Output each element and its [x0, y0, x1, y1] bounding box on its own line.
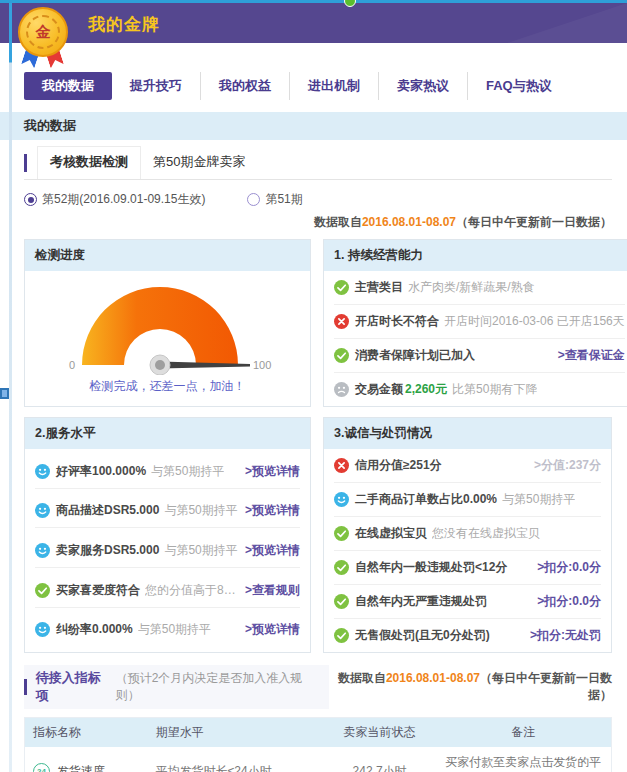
medal-coin: 金 — [18, 7, 68, 57]
subtab-1[interactable]: 第50期金牌卖家 — [141, 147, 257, 179]
panel3-title: 3.诚信与处罚情况 — [324, 418, 611, 449]
item-detail: 开店时间2016-03-06 已开店156天 — [444, 313, 625, 330]
item-link[interactable]: >扣分:0.0分 — [531, 593, 601, 610]
panel2-item-0: 好评率100.000%与第50期持平>预览详情 — [35, 455, 300, 489]
app-header: 我的金牌 — [0, 3, 627, 43]
item-detail: 比第50期有下降 — [452, 381, 537, 398]
item-detail: 与第50期持平 — [138, 621, 211, 638]
content: 考核数据检测第50期金牌卖家 第52期(2016.09.01-09.15生效)第… — [24, 146, 612, 772]
item-title: 消费者保障计划已加入 — [355, 347, 475, 364]
check-circle-icon — [334, 594, 349, 609]
item-title: 信用分值≥251分 — [355, 457, 442, 474]
panel1-item-3: 交易金额2,260元比第50期有下降 — [334, 373, 625, 406]
smiley-icon — [35, 543, 50, 558]
panel3-item-2: 在线虚拟宝贝您没有在线虚拟宝贝 — [334, 517, 601, 551]
item-title: 好评率100.000% — [56, 463, 146, 480]
pending-metrics-table: 指标名称期望水平卖家当前状态备注 24发货速度平均发货时长≤24小时242.7小… — [24, 717, 612, 772]
panel1-item-2: 消费者保障计划已加入>查看保证金 — [334, 339, 625, 373]
nav-tab-5[interactable]: FAQ与热议 — [467, 72, 570, 100]
table-row-0: 24发货速度平均发货时长≤24小时242.7小时买家付款至卖家点击发货的平均时长 — [25, 747, 612, 772]
panel2-title: 2.服务水平 — [25, 418, 310, 449]
check-circle-icon — [334, 526, 349, 541]
page-title: 我的金牌 — [88, 13, 160, 36]
panel1-item-0: 主营类目水产肉类/新鲜蔬果/熟食 — [334, 271, 625, 305]
metric-current: 242.7小时 — [324, 747, 436, 772]
item-link[interactable]: >查看保证金 — [552, 347, 625, 364]
radio-icon[interactable] — [247, 193, 260, 206]
section-title: 我的数据 — [24, 117, 76, 135]
item-title: 在线虚拟宝贝 — [355, 525, 427, 542]
item-detail: 与第50期持平 — [164, 502, 237, 519]
item-value: 2,260元 — [405, 381, 447, 398]
panel2-item-3: 买家喜爱度符合您的分值高于80分>查看规则 — [35, 574, 300, 608]
subtab-row: 考核数据检测第50期金牌卖家 — [24, 146, 612, 180]
nav-tab-1[interactable]: 提升技巧 — [112, 72, 200, 100]
panel1-item-1: 开店时长不符合开店时间2016-03-06 已开店156天 — [334, 305, 625, 339]
panel3-item-0: 信用分值≥251分>分值:237分 — [334, 449, 601, 483]
panel3-item-1: 二手商品订单数占比0.00%与第50期持平 — [334, 483, 601, 517]
section-bar: 我的数据 — [0, 112, 627, 140]
pending-datasource-line: 数据取自2016.08.01-08.07（每日中午更新前一日数据） — [329, 670, 612, 704]
item-detail: 与第50期持平 — [151, 463, 224, 480]
item-title: 二手商品订单数占比0.00% — [355, 491, 497, 508]
pending-note: （预计2个月内决定是否加入准入规则） — [116, 670, 315, 704]
item-link[interactable]: >预览详情 — [239, 542, 300, 559]
period-label: 第51期 — [265, 191, 302, 208]
check-circle-icon — [334, 628, 349, 643]
panels-row-1: 检测进度 0 — [24, 239, 612, 407]
nav-tab-4[interactable]: 卖家热议 — [378, 72, 467, 100]
docked-widget-handle[interactable] — [0, 388, 9, 399]
nav-tab-2[interactable]: 我的权益 — [200, 72, 289, 100]
item-title: 开店时长不符合 — [355, 313, 439, 330]
cross-circle-icon — [334, 314, 349, 329]
clock24-icon: 24 — [33, 763, 50, 772]
item-link[interactable]: >分值:237分 — [528, 457, 601, 474]
item-title: 自然年内一般违规处罚<12分 — [355, 559, 507, 576]
nav-tab-3[interactable]: 进出机制 — [289, 72, 378, 100]
datasource-prefix: 数据取自 — [314, 215, 362, 229]
panel2-item-1: 商品描述DSR5.000与第50期持平>预览详情 — [35, 494, 300, 528]
metric-expect: 平均发货时长≤24小时 — [148, 747, 324, 772]
item-link[interactable]: >扣分:0.0分 — [531, 559, 601, 576]
smiley-icon — [35, 503, 50, 518]
period-label: 第52期(2016.09.01-09.15生效) — [42, 191, 205, 208]
period-radio-0[interactable]: 第52期(2016.09.01-09.15生效) — [24, 191, 205, 208]
table-header-1: 期望水平 — [148, 718, 324, 748]
sad-face-icon — [334, 382, 349, 397]
item-detail: 您的分值高于80分 — [145, 582, 239, 599]
period-radio-1[interactable]: 第51期 — [247, 191, 302, 208]
item-link[interactable]: >预览详情 — [239, 621, 300, 638]
table-header-2: 卖家当前状态 — [324, 718, 436, 748]
item-title: 自然年内无严重违规处罚 — [355, 593, 487, 610]
item-link[interactable]: >预览详情 — [239, 463, 300, 480]
top-blue-strip — [0, 0, 627, 3]
item-link[interactable]: >扣分:无处罚 — [524, 627, 601, 644]
table-header-3: 备注 — [435, 718, 611, 748]
item-title: 交易金额 — [355, 381, 403, 398]
metric-name: 24发货速度 — [33, 763, 140, 772]
panels-row-2: 2.服务水平 好评率100.000%与第50期持平>预览详情商品描述DSR5.0… — [24, 417, 612, 653]
item-title: 纠纷率0.000% — [56, 621, 133, 638]
medal-char: 金 — [36, 23, 51, 42]
radio-icon[interactable] — [24, 193, 37, 206]
nav-tab-0[interactable]: 我的数据 — [24, 72, 112, 100]
subtab-0[interactable]: 考核数据检测 — [37, 146, 141, 179]
panel-business-capability: 1. 持续经营能力 主营类目水产肉类/新鲜蔬果/熟食开店时长不符合开店时间201… — [323, 239, 627, 407]
item-title: 买家喜爱度符合 — [56, 582, 140, 599]
pending-section-header: 待接入指标项 （预计2个月内决定是否加入准入规则） 数据取自2016.08.01… — [24, 665, 612, 709]
item-detail: 与第50期持平 — [164, 542, 237, 559]
check-circle-icon — [35, 583, 50, 598]
item-title: 商品描述DSR5.000 — [56, 502, 159, 519]
nav-tabs: 我的数据提升技巧我的权益进出机制卖家热议FAQ与热议 — [24, 72, 570, 100]
item-detail: 水产肉类/新鲜蔬果/熟食 — [408, 279, 535, 296]
item-detail: 您没有在线虚拟宝贝 — [432, 525, 540, 542]
panel3-item-4: 自然年内无严重违规处罚>扣分:0.0分 — [334, 585, 601, 619]
smiley-icon — [334, 492, 349, 507]
cross-circle-icon — [334, 458, 349, 473]
gauge-max-label: 100 — [253, 359, 271, 371]
panel-integrity-penalty: 3.诚信与处罚情况 信用分值≥251分>分值:237分二手商品订单数占比0.00… — [323, 417, 612, 653]
item-link[interactable]: >预览详情 — [239, 502, 300, 519]
panel-service-level: 2.服务水平 好评率100.000%与第50期持平>预览详情商品描述DSR5.0… — [24, 417, 311, 653]
item-link[interactable]: >查看规则 — [239, 582, 300, 599]
gauge-panel-title: 检测进度 — [25, 240, 310, 271]
